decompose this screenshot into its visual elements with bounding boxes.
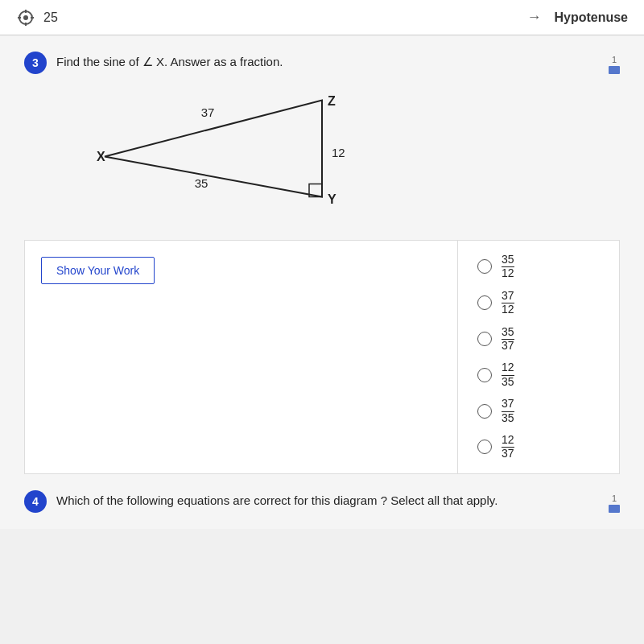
fraction-3-numer: 35: [502, 326, 514, 340]
question-3-text: Find the sine of ∠ X. Answer as a fracti…: [56, 52, 597, 69]
fraction-6-denom: 37: [502, 448, 514, 460]
radio-3[interactable]: [477, 332, 492, 346]
question-4-icon: [609, 505, 620, 513]
show-work-section: Show Your Work: [25, 241, 458, 473]
choice-row-4: 12 35: [477, 361, 600, 388]
choice-row-6: 12 37: [477, 434, 600, 460]
hypotenuse-label: Hypotenuse: [554, 10, 628, 25]
question-3-block: 3 Find the sine of ∠ X. Answer as a frac…: [24, 52, 620, 474]
svg-point-5: [24, 16, 27, 19]
svg-text:35: 35: [195, 176, 208, 190]
fraction-1-denom: 12: [502, 267, 514, 279]
arrow-icon: →: [526, 9, 541, 26]
svg-text:37: 37: [201, 105, 215, 119]
question-4-block: 4 Which of the following equations are c…: [24, 490, 620, 513]
fraction-3: 35 37: [502, 326, 514, 353]
top-bar-left: 25: [16, 8, 58, 27]
fraction-4-numer: 12: [502, 361, 514, 375]
fraction-6-numer: 12: [502, 434, 514, 448]
question-4-number: 4: [24, 490, 47, 513]
answer-area: Show Your Work 35 12 37 12: [24, 240, 620, 474]
svg-text:X: X: [97, 150, 105, 163]
answer-choices-section: 35 12 37 12 35 37: [458, 241, 619, 473]
triangle-svg: X Z Y 37 12 35: [97, 82, 354, 227]
question-4-header: 4 Which of the following equations are c…: [24, 490, 620, 513]
question-3-icon: [609, 66, 620, 74]
radio-6[interactable]: [477, 440, 492, 454]
fraction-1: 35 12: [502, 254, 514, 280]
question-4-meta: 1: [609, 493, 620, 513]
choice-row-3: 35 37: [477, 326, 600, 353]
radio-1[interactable]: [477, 259, 492, 274]
crosshair-icon: [16, 8, 35, 27]
main-content: 3 Find the sine of ∠ X. Answer as a frac…: [0, 35, 644, 529]
fraction-5-denom: 35: [502, 412, 514, 424]
choice-row-2: 37 12: [477, 290, 600, 316]
fraction-3-denom: 37: [502, 340, 514, 352]
fraction-2-numer: 37: [502, 290, 514, 303]
question-3-number: 3: [24, 52, 47, 74]
fraction-2: 37 12: [502, 290, 514, 316]
top-bar: 25 → Hypotenuse: [0, 0, 644, 35]
top-number: 25: [43, 10, 58, 25]
fraction-2-denom: 12: [502, 303, 514, 316]
question-3-header: 3 Find the sine of ∠ X. Answer as a frac…: [24, 52, 620, 74]
fraction-5-numer: 37: [502, 398, 514, 411]
svg-text:Z: Z: [328, 94, 336, 108]
question-3-meta: 1: [609, 55, 620, 74]
fraction-6: 12 37: [502, 434, 514, 460]
radio-4[interactable]: [477, 368, 492, 382]
fraction-1-numer: 35: [502, 254, 514, 267]
fraction-4-denom: 35: [502, 376, 514, 388]
question-4-text: Which of the following equations are cor…: [56, 490, 597, 507]
top-bar-right: → Hypotenuse: [526, 9, 628, 26]
svg-text:12: 12: [332, 146, 345, 159]
choice-row-5: 37 35: [477, 398, 600, 424]
fraction-5: 37 35: [502, 398, 514, 424]
question-4-points: 1: [612, 493, 617, 503]
show-work-button[interactable]: Show Your Work: [41, 257, 155, 284]
svg-text:Y: Y: [328, 192, 336, 206]
radio-5[interactable]: [477, 404, 492, 419]
triangle-diagram: X Z Y 37 12 35: [97, 82, 354, 227]
question-3-points: 1: [612, 55, 617, 64]
radio-2[interactable]: [477, 295, 492, 310]
fraction-4: 12 35: [502, 361, 514, 388]
choice-row-1: 35 12: [477, 254, 600, 280]
